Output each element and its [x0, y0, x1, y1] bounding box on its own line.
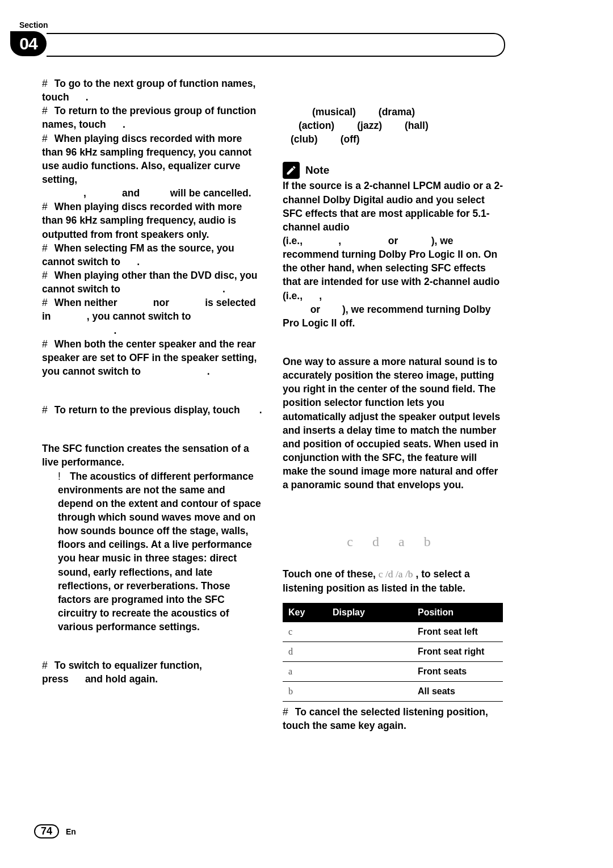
mode-musical: (musical) [312, 105, 356, 119]
page-footer: 74 En [34, 824, 76, 838]
table-header-row: Key Display Position [283, 603, 503, 622]
note-non-dvd: When playing other than the DVD disc, yo… [42, 269, 262, 296]
position-paragraph: One way to assure a more natural sound i… [283, 355, 503, 492]
lang-label: En [66, 827, 76, 836]
note-prev-group: To return to the previous group of funct… [42, 104, 262, 131]
right-column: (musical) (drama) (action) (jazz) (hall)… [283, 77, 503, 806]
touch-instruction: Touch one of these, c /d /a /b , to sele… [283, 567, 503, 594]
note-return-prev: To return to the previous display, touch… [42, 403, 262, 417]
sfc-acoustics: The acoustics of different performance e… [42, 469, 262, 634]
mode-off: (off) [341, 132, 360, 146]
note-fm-source: When selecting FM as the source, you can… [42, 241, 262, 269]
table-row: c Front seat left [283, 622, 503, 642]
th-key: Key [283, 603, 327, 622]
sfc-mode-list: (musical) (drama) [283, 105, 503, 119]
section-label: Section [19, 20, 48, 30]
position-table: Key Display Position c Front seat left d… [283, 603, 503, 702]
page-number: 74 [34, 824, 59, 838]
cdab-hint: c d a b [283, 532, 503, 551]
pencil-icon [283, 162, 300, 179]
section-number-badge: 04 [10, 31, 47, 56]
table-row: a Front seats [283, 662, 503, 682]
note-neither-nor: When neither nor is selected in , you ca… [42, 296, 262, 337]
th-position: Position [412, 603, 503, 622]
table-row: b All seats [283, 682, 503, 702]
note-cancel-position: To cancel the selected listening positio… [283, 705, 503, 732]
note-speakers-off: When both the center speaker and the rea… [42, 337, 262, 378]
note-next-group: To go to the next group of function name… [42, 77, 262, 104]
note-body: If the source is a 2-channel LPCM audio … [283, 179, 503, 330]
note-96khz-front: When playing discs recorded with more th… [42, 200, 262, 241]
content-columns: To go to the next group of function name… [42, 77, 503, 806]
table-row: d Front seat right [283, 641, 503, 661]
mode-drama: (drama) [379, 105, 415, 119]
mode-action: (action) [299, 119, 334, 132]
mode-club: (club) [291, 132, 318, 146]
note-heading: Note [283, 162, 503, 179]
note-label: Note [305, 163, 329, 178]
header-rule [47, 33, 505, 57]
sfc-intro: The SFC function creates the sensation o… [42, 442, 262, 469]
mode-hall: (hall) [405, 119, 429, 132]
left-column: To go to the next group of function name… [42, 77, 262, 806]
mode-jazz: (jazz) [357, 119, 382, 132]
note-96khz-audio: When playing discs recorded with more th… [42, 132, 262, 200]
th-display: Display [327, 603, 412, 622]
note-eq-switch: To switch to equalizer function, press a… [42, 659, 262, 686]
